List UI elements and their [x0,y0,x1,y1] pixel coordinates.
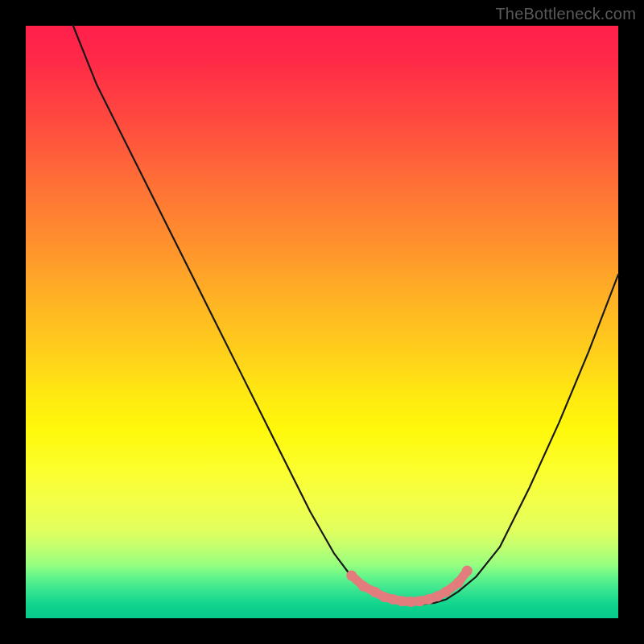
marker-dot [397,596,407,606]
marker-dot [462,566,473,576]
marker-dot [379,592,390,602]
attribution-label: TheBottleneck.com [495,5,636,23]
marker-dot [346,571,357,581]
marker-dot [415,596,425,606]
chart-svg [26,26,618,618]
marker-dot [441,586,452,597]
marker-dot [432,591,443,601]
marker-dot [358,581,369,592]
plot-area [26,26,618,618]
chart-frame: TheBottleneck.com [0,0,644,644]
bottleneck-curve [73,26,618,604]
marker-dot [406,597,416,607]
marker-dot [423,594,434,605]
marker-dot [388,594,398,605]
marker-dot [453,577,464,588]
marker-dot [370,587,381,597]
